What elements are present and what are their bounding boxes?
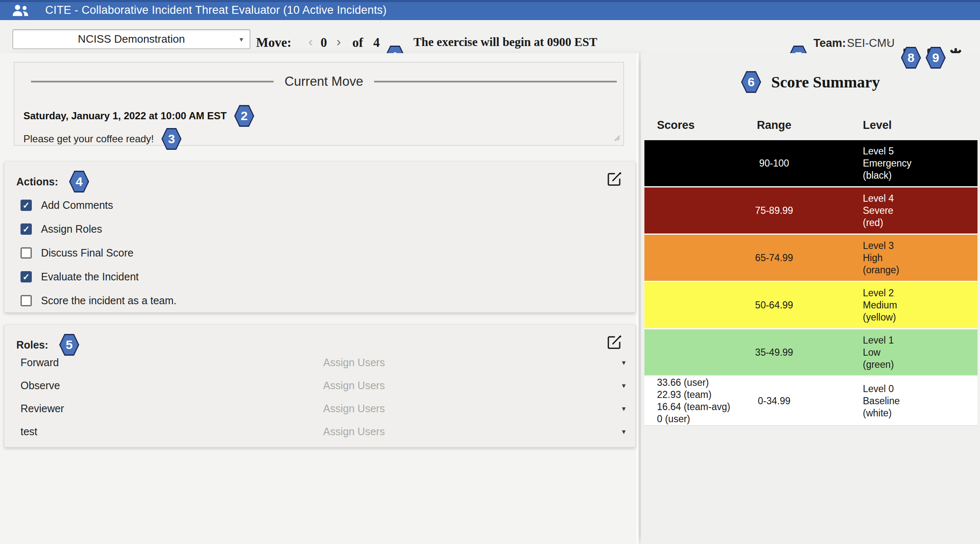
toolbar: NCISS Demonstration ▾ Move: ‹ 0 › of 4 1… xyxy=(0,20,980,54)
level-line: (yellow) xyxy=(863,311,977,323)
score-row: 35-49.99Level 1Low(green) xyxy=(644,328,977,375)
divider xyxy=(374,81,617,82)
column-header-level: Level xyxy=(816,119,977,132)
role-row: ReviewerAssign Users▼ xyxy=(5,397,635,420)
annotation-badge-2: 2 xyxy=(234,105,254,127)
level-line: Level 3 xyxy=(863,240,977,252)
resize-grip-icon[interactable] xyxy=(614,135,620,143)
action-row: ✓Assign Roles xyxy=(21,217,618,241)
score-cell-scores: 33.66 (user)22.93 (team)16.64 (team-avg)… xyxy=(644,377,732,425)
checkbox-label: Discuss Final Score xyxy=(41,247,133,259)
roles-panel: Roles: 5 ForwardAssign Users▼ObserveAssi… xyxy=(4,324,636,447)
score-table-body: 90-100Level 5Emergency(black)75-89.99Lev… xyxy=(644,140,977,426)
score-row: 90-100Level 5Emergency(black) xyxy=(644,140,977,186)
level-line: High xyxy=(863,252,977,264)
score-summary-title: Score Summary xyxy=(771,73,880,91)
role-assign-select[interactable]: Assign Users▼ xyxy=(5,397,635,420)
role-name: test xyxy=(21,425,37,437)
score-cell-range: 35-49.99 xyxy=(732,347,816,358)
score-summary-sidebar: 6 Score Summary Scores Range Level 90-10… xyxy=(641,53,980,544)
score-row: 33.66 (user)22.93 (team)16.64 (team-avg)… xyxy=(644,375,977,426)
move-of-label: of xyxy=(352,35,363,50)
level-line: Level 2 xyxy=(863,287,977,299)
role-row: ForwardAssign Users▼ xyxy=(5,351,635,374)
level-line: Level 1 xyxy=(863,334,977,346)
role-assign-placeholder: Assign Users xyxy=(323,356,385,368)
action-row: ✓Evaluate the Incident xyxy=(21,265,618,289)
role-assign-select[interactable]: Assign Users▼ xyxy=(5,374,635,397)
level-line: (orange) xyxy=(863,264,977,276)
annotation-badge-6: 6 xyxy=(741,71,761,93)
checkbox-checked-icon[interactable]: ✓ xyxy=(21,271,32,282)
checkbox-unchecked-icon[interactable] xyxy=(21,295,32,306)
action-row: Score the incident as a team. xyxy=(21,289,618,313)
exercise-message: The exercise will begin at 0900 EST xyxy=(413,35,597,49)
divider xyxy=(31,81,274,82)
actions-checkbox-list: ✓Add Comments✓Assign RolesDiscuss Final … xyxy=(21,193,618,313)
roles-list: ForwardAssign Users▼ObserveAssign Users▼… xyxy=(5,351,635,443)
chevron-down-icon: ▼ xyxy=(621,428,627,435)
chevron-down-icon: ▾ xyxy=(887,38,890,46)
role-assign-placeholder: Assign Users xyxy=(323,379,385,391)
score-cell-range: 50-64.99 xyxy=(732,300,816,311)
title-bar: CITE - Collaborative Incident Threat Eva… xyxy=(0,0,980,20)
checkbox-label: Evaluate the Incident xyxy=(41,271,139,283)
chevron-down-icon: ▼ xyxy=(621,382,627,389)
move-next-button[interactable]: › xyxy=(336,35,341,48)
chevron-down-icon: ▼ xyxy=(621,359,627,366)
score-summary-heading: 6 Score Summary xyxy=(641,71,980,93)
score-line: 33.66 (user) xyxy=(657,377,732,389)
level-line: Level 4 xyxy=(863,192,977,205)
level-line: Severe xyxy=(863,205,977,217)
actions-label: Actions: xyxy=(16,176,58,188)
action-row: ✓Add Comments xyxy=(21,193,618,217)
chevron-down-icon: ▾ xyxy=(239,35,243,44)
current-move-datetime: Saturday, January 1, 2022 at 10:00 AM ES… xyxy=(23,110,227,122)
role-row: testAssign Users▼ xyxy=(5,420,635,443)
checkbox-label: Score the incident as a team. xyxy=(41,295,177,307)
scenario-select-value: NCISS Demonstration xyxy=(78,33,185,46)
scenario-select[interactable]: NCISS Demonstration ▾ xyxy=(13,29,250,49)
edit-actions-icon[interactable] xyxy=(607,171,623,187)
cite-app: CITE - Collaborative Incident Threat Eva… xyxy=(0,0,980,544)
annotation-badge-4: 4 xyxy=(69,171,89,192)
checkbox-checked-icon[interactable]: ✓ xyxy=(21,223,32,235)
column-header-scores: Scores xyxy=(644,119,732,132)
app-title: CITE - Collaborative Incident Threat Eva… xyxy=(45,4,387,17)
role-name: Observe xyxy=(21,379,60,391)
current-move-panel: Current Move Saturday, January 1, 2022 a… xyxy=(14,62,624,146)
move-prev-button[interactable]: ‹ xyxy=(308,35,313,48)
action-row: Discuss Final Score xyxy=(21,241,618,265)
checkbox-unchecked-icon[interactable] xyxy=(21,247,32,259)
checkbox-checked-icon[interactable]: ✓ xyxy=(21,200,32,211)
roles-label: Roles: xyxy=(16,339,48,351)
current-move-message: Please get your coffee ready! xyxy=(23,133,154,145)
level-line: Level 5 xyxy=(863,145,977,157)
score-cell-level: Level 5Emergency(black) xyxy=(816,145,977,182)
score-line: 0 (user) xyxy=(657,413,732,425)
edit-roles-icon[interactable] xyxy=(607,334,623,350)
move-current: 0 xyxy=(321,35,327,50)
level-line: Medium xyxy=(863,299,977,311)
score-row: 65-74.99Level 3High(orange) xyxy=(644,234,977,281)
level-line: Emergency xyxy=(863,157,977,169)
score-cell-level: Level 2Medium(yellow) xyxy=(816,287,977,323)
actions-header: Actions: 4 xyxy=(16,171,89,192)
score-cell-range: 0-34.99 xyxy=(732,395,816,407)
level-line: (red) xyxy=(863,217,977,229)
people-icon xyxy=(11,3,30,17)
score-cell-level: Level 1Low(green) xyxy=(816,334,977,371)
current-move-message-row: Please get your coffee ready! 3 xyxy=(23,129,182,149)
move-total: 4 xyxy=(373,35,380,50)
level-line: Baseline xyxy=(863,395,977,407)
level-line: (white) xyxy=(863,407,977,419)
score-table-header: Scores Range Level xyxy=(644,114,977,136)
score-cell-level: Level 3High(orange) xyxy=(816,240,977,276)
level-line: Low xyxy=(863,346,977,359)
level-line: (green) xyxy=(863,359,977,371)
role-assign-select[interactable]: Assign Users▼ xyxy=(5,420,635,443)
score-cell-range: 75-89.99 xyxy=(732,205,816,216)
score-cell-range: 65-74.99 xyxy=(732,252,816,264)
move-label: Move: xyxy=(256,35,291,50)
role-assign-select[interactable]: Assign Users▼ xyxy=(5,351,635,374)
